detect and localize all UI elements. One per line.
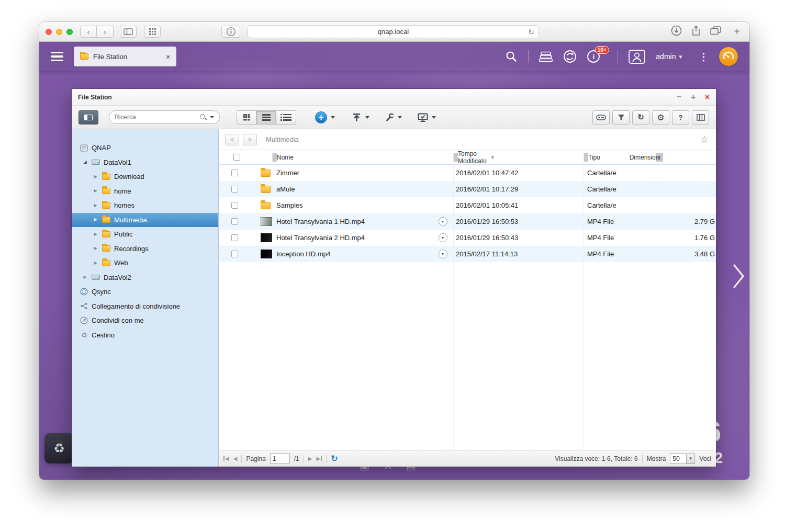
macos-zoom-button[interactable] — [66, 29, 73, 35]
table-row[interactable]: Inception HD.mp4 ▼ 2015/02/17 11:14:13 M… — [219, 246, 716, 262]
desktop-recycle-bin[interactable]: ♻ — [44, 433, 74, 463]
table-row[interactable]: Hotel Transylvania 1 HD.mp4 ▼ 2016/01/29… — [219, 213, 716, 230]
sidebar-item-public[interactable]: ▶ Public — [72, 227, 218, 242]
expand-arrow-icon[interactable]: ▶ — [93, 218, 98, 222]
expand-arrow-icon[interactable]: ▶ — [93, 232, 98, 236]
favorite-star-icon[interactable]: ☆ — [700, 134, 709, 145]
refresh-button[interactable]: ↻ — [632, 110, 649, 124]
macos-close-button[interactable] — [46, 29, 52, 35]
browser-back-button[interactable]: ‹ — [80, 26, 97, 38]
toggle-sidebar-button[interactable] — [78, 110, 98, 124]
history-forward-button[interactable]: > — [243, 134, 257, 145]
tab-close-icon[interactable]: × — [166, 53, 170, 61]
row-checkbox[interactable] — [231, 169, 238, 176]
share-button[interactable] — [691, 25, 701, 38]
row-checkbox[interactable] — [231, 218, 238, 225]
detail-view-button[interactable] — [276, 110, 296, 124]
play-options-button[interactable]: ▼ — [439, 217, 447, 226]
expand-arrow-icon[interactable]: ▶ — [93, 189, 98, 193]
column-header-type[interactable]: Tipo — [584, 153, 588, 162]
notifications-button[interactable]: i 10+ — [587, 50, 600, 63]
expand-arrow-icon[interactable]: ▶ — [93, 246, 98, 251]
minimize-button[interactable]: − — [677, 93, 682, 101]
sidebar-item-homes[interactable]: ▶ homes — [72, 198, 218, 213]
page-input[interactable] — [270, 454, 290, 463]
search-input[interactable] — [115, 114, 197, 121]
next-page-button[interactable]: ▶ — [308, 456, 312, 461]
history-back-button[interactable]: < — [225, 134, 239, 145]
user-menu[interactable]: admin ▾ — [656, 52, 682, 61]
table-row[interactable]: aMule 2016/02/01 10:17:29 Cartella/e — [219, 181, 716, 197]
filter-button[interactable] — [612, 110, 630, 124]
settings-button[interactable]: ⚙ — [652, 110, 669, 124]
global-search-button[interactable] — [505, 50, 518, 63]
sync-status-button[interactable] — [563, 50, 577, 63]
table-row[interactable]: Zimmer 2016/02/01 10:47:42 Cartella/e — [219, 165, 716, 181]
sidebar-item-recordings[interactable]: ▶ Recordings — [72, 242, 218, 256]
table-row[interactable]: Samples 2016/02/01 10:05:41 Cartella/e — [219, 197, 716, 213]
last-page-button[interactable]: ▶ — [317, 456, 322, 461]
sidebar-item-shared-with-me[interactable]: Condividi con me — [72, 313, 218, 328]
file-station-titlebar[interactable]: File Station − + × — [72, 89, 716, 106]
column-header-modified[interactable]: Tempo Modificato▼ — [453, 153, 458, 162]
file-name[interactable]: Hotel Transylvania 1 HD.mp4 — [272, 218, 432, 225]
first-page-button[interactable]: ◀ — [223, 456, 229, 461]
site-info-button[interactable] — [221, 26, 240, 38]
sidebar-item-datavol2[interactable]: ▶ DataVol2 — [72, 270, 218, 285]
prev-page-button[interactable]: ◀ — [233, 456, 238, 461]
file-name[interactable]: Samples — [272, 201, 432, 209]
table-row[interactable]: Hotel Transylvania 2 HD.mp4 ▼ 2016/01/29… — [219, 230, 716, 246]
select-all-checkbox[interactable] — [233, 154, 240, 161]
row-checkbox[interactable] — [231, 186, 238, 193]
close-button[interactable]: × — [705, 93, 710, 101]
expand-arrow-icon[interactable]: ◢ — [82, 160, 88, 164]
remote-console-button[interactable] — [592, 110, 610, 124]
background-tasks-button[interactable] — [539, 51, 553, 62]
sidebar-item-home[interactable]: ▶ home — [72, 184, 218, 199]
tools-menu-button[interactable] — [385, 113, 402, 122]
sidebar-item-multimedia[interactable]: ▶ Multimedia — [72, 213, 218, 228]
maximize-button[interactable]: + — [691, 93, 696, 101]
sidebar-item-download[interactable]: ▶ Download — [72, 169, 218, 184]
share-menu-button[interactable] — [418, 113, 436, 122]
file-name[interactable]: aMule — [272, 185, 432, 193]
expand-arrow-icon[interactable]: ▶ — [93, 261, 98, 265]
desktop-next-page-button[interactable] — [733, 264, 745, 291]
browser-forward-button[interactable]: › — [97, 26, 114, 38]
create-menu-button[interactable]: + — [315, 111, 335, 123]
search-field[interactable] — [109, 110, 220, 124]
sidebar-item-share-links[interactable]: Collegamento di condivisione — [72, 299, 218, 314]
page-size-select[interactable]: 50 ▼ — [670, 454, 695, 464]
file-station-tab[interactable]: File Station × — [74, 47, 176, 66]
row-checkbox[interactable] — [231, 202, 238, 209]
browser-topsites-button[interactable] — [144, 26, 161, 38]
user-avatar-button[interactable] — [629, 50, 645, 64]
address-bar[interactable]: qnap.local ↻ — [248, 25, 539, 38]
new-tab-button[interactable]: + — [731, 26, 743, 38]
play-options-button[interactable]: ▼ — [439, 233, 447, 242]
file-name[interactable]: Zimmer — [272, 169, 432, 177]
file-name[interactable]: Inception HD.mp4 — [272, 250, 432, 258]
main-menu-button[interactable] — [51, 52, 63, 62]
row-checkbox[interactable] — [231, 251, 238, 257]
play-options-button[interactable]: ▼ — [439, 250, 447, 258]
columns-button[interactable] — [692, 110, 709, 124]
expand-arrow-icon[interactable]: ▶ — [93, 203, 98, 208]
macos-minimize-button[interactable] — [56, 29, 62, 35]
column-header-name[interactable]: Nome — [272, 153, 277, 162]
sidebar-item-qsync[interactable]: Qsync — [72, 285, 218, 299]
row-checkbox[interactable] — [231, 234, 238, 241]
thumbnail-view-button[interactable] — [237, 110, 256, 124]
search-options-caret-icon[interactable] — [210, 116, 214, 118]
sidebar-item-web[interactable]: ▶ Web — [72, 256, 218, 270]
sidebar-item-recycle-bin[interactable]: ♻ Cestino — [72, 328, 218, 343]
sidebar-item-qnap[interactable]: QNAP — [72, 141, 218, 155]
file-name[interactable]: Hotel Transylvania 2 HD.mp4 — [272, 234, 432, 242]
tabs-overview-button[interactable] — [710, 26, 721, 37]
more-options-button[interactable]: ⋮ — [699, 51, 709, 63]
expand-arrow-icon[interactable]: ▶ — [82, 275, 88, 279]
column-header-size[interactable]: Dimensioni — [656, 153, 663, 162]
dashboard-button[interactable] — [719, 47, 738, 66]
downloads-button[interactable] — [671, 25, 682, 38]
refresh-list-button[interactable]: ↻ — [331, 454, 338, 463]
